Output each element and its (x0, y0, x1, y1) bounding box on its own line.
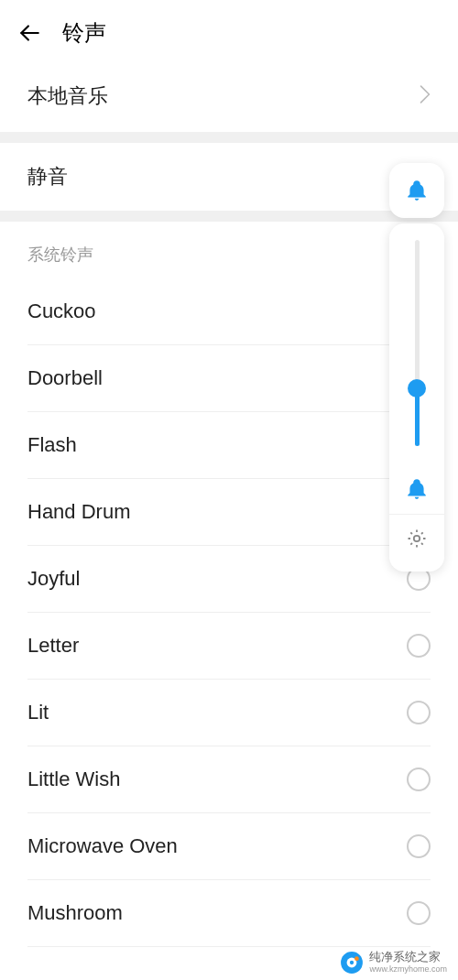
volume-slider-thumb[interactable] (408, 379, 426, 397)
ringtone-item[interactable]: Hand Drum (27, 479, 431, 546)
svg-point-1 (414, 536, 420, 541)
radio-icon (407, 701, 431, 724)
header: 铃声 (0, 0, 458, 64)
volume-panel (389, 163, 444, 572)
watermark-logo-icon (340, 951, 364, 975)
radio-icon (407, 768, 431, 791)
svg-point-4 (350, 961, 354, 964)
back-button[interactable] (16, 20, 42, 46)
ringtone-label: Letter (27, 634, 79, 658)
gear-icon (406, 528, 428, 550)
ringtone-label: Lit (27, 701, 49, 724)
ringtone-item[interactable]: Letter (27, 613, 431, 680)
ringtone-item[interactable]: Little Wish (27, 746, 431, 813)
ringtone-item[interactable]: Mushroom (27, 880, 431, 947)
bell-icon (405, 179, 429, 202)
svg-point-5 (355, 956, 360, 961)
chevron-right-icon (420, 83, 431, 109)
radio-icon (407, 634, 431, 658)
ringtone-item[interactable]: Joyful (27, 546, 431, 613)
ringtone-label: Microwave Oven (27, 834, 178, 858)
ringtone-item[interactable]: Microwave Oven (27, 813, 431, 880)
bell-icon (405, 477, 429, 501)
ringtone-item[interactable]: Cuckoo (27, 278, 431, 345)
watermark-url: www.kzmyhome.com (369, 964, 447, 974)
ringtone-label: Flash (27, 433, 77, 457)
ringtone-item[interactable]: Doorbell (27, 345, 431, 412)
separator (0, 132, 458, 143)
ringtone-label: Little Wish (27, 768, 120, 791)
ringtone-label: Mushroom (27, 901, 123, 925)
volume-type-button[interactable] (389, 468, 444, 510)
mute-label: 静音 (27, 165, 68, 188)
ringtone-label: Cuckoo (27, 299, 96, 323)
ringtone-label: Joyful (27, 567, 80, 591)
ringtone-item[interactable]: Flash (27, 412, 431, 479)
watermark: 纯净系统之家 www.kzmyhome.com (340, 951, 447, 975)
ringtone-item[interactable]: Lit (27, 680, 431, 746)
ringtone-label: Hand Drum (27, 500, 130, 524)
volume-slider-container (389, 223, 444, 572)
volume-slider[interactable] (415, 240, 420, 446)
back-arrow-icon (17, 21, 41, 45)
ringtone-label: Doorbell (27, 366, 103, 390)
page-title: 铃声 (62, 18, 106, 48)
nav-local-music[interactable]: 本地音乐 (0, 64, 458, 132)
radio-icon (407, 901, 431, 925)
settings-button[interactable] (389, 514, 444, 559)
watermark-title: 纯净系统之家 (369, 951, 447, 964)
nav-local-music-label: 本地音乐 (27, 82, 108, 110)
ringer-mode-button[interactable] (389, 163, 444, 218)
radio-icon (407, 834, 431, 858)
